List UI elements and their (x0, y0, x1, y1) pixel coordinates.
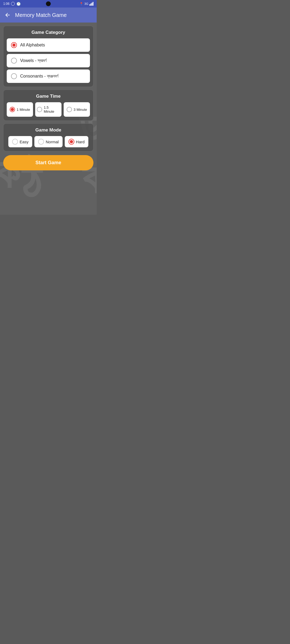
signal-bars-icon (89, 2, 93, 6)
mode-option-hard[interactable]: Hard (65, 136, 89, 147)
mode-label-normal: Normal (46, 140, 59, 144)
time-radio-1min (10, 107, 15, 112)
category-radio-consonants (11, 73, 17, 79)
mode-radio-easy (12, 139, 18, 145)
mode-option-normal[interactable]: Normal (34, 136, 62, 147)
category-radio-vowels (11, 58, 17, 64)
game-time-section: Game Time 1 Minute 1.5 Minute 3 Minute (3, 90, 93, 121)
network-label: 3G (84, 2, 88, 5)
mode-radio-hard (68, 139, 74, 145)
mode-radio-normal (38, 139, 44, 145)
status-bar-left: 1:06 🕐 (3, 2, 21, 6)
status-icon-circle (11, 2, 15, 6)
page-title: Memory Match Game (15, 12, 67, 18)
time-option-1.5min[interactable]: 1.5 Minute (35, 102, 61, 117)
time-option-1min[interactable]: 1 Minute (7, 102, 33, 117)
start-game-button[interactable]: Start Game (3, 155, 93, 170)
time-label-3min: 3 Minute (74, 108, 87, 112)
category-label-consonants: Consonants - ব্যঞ্জনবর্ণ (20, 74, 58, 79)
back-button[interactable] (4, 12, 11, 18)
time-option-3min[interactable]: 3 Minute (64, 102, 90, 117)
time-radio-1.5min (37, 107, 42, 112)
time-label-1min: 1 Minute (17, 108, 30, 112)
game-category-section: Game Category All Alphabets Vowels - স্ব… (3, 26, 93, 87)
game-time-title: Game Time (7, 94, 90, 99)
game-mode-section: Game Mode Easy Normal Hard (3, 123, 93, 151)
category-label-all-alphabets: All Alphabets (20, 43, 45, 47)
mode-label-easy: Easy (20, 140, 28, 144)
category-label-vowels: Vowels - স্বরবর্ণ (20, 58, 46, 63)
status-bar-center (46, 1, 51, 6)
time-label-1.5min: 1.5 Minute (44, 105, 60, 114)
mode-option-easy[interactable]: Easy (8, 136, 32, 147)
status-time: 1:06 (3, 2, 9, 6)
time-options-group: 1 Minute 1.5 Minute 3 Minute (7, 102, 90, 117)
game-category-title: Game Category (7, 30, 90, 35)
status-icon-clock: 🕐 (16, 2, 21, 6)
category-option-vowels[interactable]: Vowels - স্বরবর্ণ (7, 54, 90, 67)
mode-options-group: Easy Normal Hard (7, 136, 90, 147)
mode-label-hard: Hard (76, 140, 85, 144)
app-bar: Memory Match Game (0, 8, 97, 23)
location-icon: 📍 (79, 2, 83, 6)
start-game-label: Start Game (35, 160, 61, 165)
game-mode-title: Game Mode (7, 127, 90, 133)
time-radio-3min (67, 107, 72, 112)
category-option-all-alphabets[interactable]: All Alphabets (7, 38, 90, 52)
status-bar-right: 📍 3G (79, 2, 93, 6)
category-radio-all-alphabets (11, 42, 17, 48)
status-bar: 1:06 🕐 📍 3G (0, 0, 97, 8)
category-option-consonants[interactable]: Consonants - ব্যঞ্জনবর্ণ (7, 69, 90, 83)
